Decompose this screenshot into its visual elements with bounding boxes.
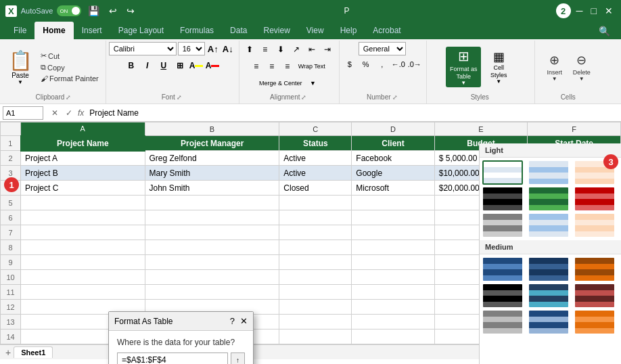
sheet-cell[interactable] (145, 210, 279, 225)
tab-review[interactable]: Review (255, 22, 298, 39)
table-style-swatch[interactable] (482, 160, 523, 185)
minimize-icon[interactable]: ─ (574, 4, 586, 18)
sheet-cell[interactable]: Status (279, 136, 352, 151)
number-format-select[interactable]: General (359, 42, 406, 55)
sheet-cell[interactable] (21, 225, 145, 240)
sheet-cell[interactable] (21, 255, 145, 270)
undo-icon[interactable]: ↩ (106, 4, 120, 18)
middle-align-button[interactable]: ≡ (258, 42, 273, 57)
wrap-text-button[interactable]: Wrap Text (296, 59, 328, 74)
sheet-cell[interactable] (352, 255, 434, 270)
save-icon[interactable]: 💾 (85, 4, 102, 18)
sheet-cell[interactable] (279, 329, 352, 344)
comma-button[interactable]: , (375, 57, 390, 72)
dialog-help-icon[interactable]: ? (230, 316, 235, 326)
tab-formulas[interactable]: Formulas (172, 22, 222, 39)
cell-styles-button[interactable]: ▦ Cell Styles ▼ (484, 47, 513, 87)
cut-button[interactable]: ✂ Cut (38, 51, 101, 61)
table-style-swatch[interactable] (482, 187, 523, 211)
merge-dropdown-button[interactable]: ▼ (306, 76, 321, 91)
font-decrease-button[interactable]: A↓ (221, 42, 235, 55)
col-header-a[interactable]: A (21, 122, 145, 136)
sheet-tab-1[interactable]: Sheet1 (14, 346, 53, 358)
sheet-cell[interactable]: Project C (21, 181, 145, 196)
sheet-cell[interactable]: Greg Zelfond (145, 151, 279, 166)
autosave-toggle[interactable] (57, 5, 81, 16)
sheet-cell[interactable]: Mary Smith (145, 166, 279, 181)
sheet-cell[interactable] (279, 196, 352, 210)
close-icon[interactable]: ✕ (602, 4, 616, 18)
sheet-cell[interactable] (145, 225, 279, 240)
currency-button[interactable]: $ (342, 57, 357, 72)
insert-button[interactable]: ⊕ Insert ▼ (542, 47, 568, 87)
sheet-cell[interactable]: Active (279, 166, 352, 181)
sheet-cell[interactable] (352, 300, 434, 315)
center-align-button[interactable]: ≡ (264, 59, 279, 74)
sheet-cell[interactable]: Closed (279, 181, 352, 196)
increase-decimal-button[interactable]: .0→ (407, 57, 422, 72)
sheet-cell[interactable] (279, 255, 352, 270)
merge-center-button[interactable]: Merge & Center (256, 76, 305, 91)
redo-icon[interactable]: ↪ (124, 4, 137, 18)
sheet-cell[interactable] (21, 270, 145, 285)
tab-view[interactable]: View (298, 22, 332, 39)
number-expand-icon[interactable]: ⤢ (392, 94, 398, 101)
cell-reference-box[interactable] (3, 106, 43, 120)
top-align-button[interactable]: ⬆ (242, 42, 257, 57)
table-style-swatch[interactable] (574, 213, 615, 237)
sheet-cell[interactable] (352, 285, 434, 300)
font-increase-button[interactable]: A↑ (206, 42, 220, 55)
sheet-cell[interactable] (279, 285, 352, 300)
cancel-formula-icon[interactable]: ✕ (49, 107, 61, 119)
sheet-cell[interactable] (21, 285, 145, 300)
table-style-swatch[interactable] (482, 283, 523, 308)
table-style-swatch[interactable] (528, 213, 569, 237)
underline-button[interactable]: U (156, 58, 171, 73)
delete-button[interactable]: ⊖ Delete ▼ (569, 47, 595, 87)
col-header-b[interactable]: B (145, 122, 279, 136)
sheet-cell[interactable] (352, 329, 434, 344)
sheet-cell[interactable] (21, 240, 145, 255)
sheet-cell[interactable]: Google (352, 166, 434, 181)
font-color-button[interactable]: A (205, 58, 220, 73)
sheet-cell[interactable] (352, 196, 434, 210)
right-align-button[interactable]: ≡ (280, 59, 295, 74)
bottom-align-button[interactable]: ⬇ (273, 42, 288, 57)
tab-help[interactable]: Help (332, 22, 365, 39)
sheet-cell[interactable] (279, 240, 352, 255)
add-sheet-button[interactable]: + (3, 347, 14, 358)
font-size-select[interactable]: 16 (178, 42, 205, 55)
table-style-swatch[interactable] (528, 257, 569, 281)
sheet-cell[interactable] (145, 240, 279, 255)
sheet-cell[interactable] (279, 300, 352, 315)
table-style-swatch[interactable] (574, 283, 615, 308)
sheet-cell[interactable] (279, 315, 352, 329)
clipboard-expand-icon[interactable]: ⤢ (66, 94, 71, 101)
dialog-range-input[interactable] (117, 352, 228, 364)
maximize-icon[interactable]: □ (589, 4, 599, 18)
sheet-cell[interactable] (21, 210, 145, 225)
tab-page-layout[interactable]: Page Layout (110, 22, 172, 39)
col-header-f[interactable]: F (528, 122, 621, 136)
sheet-cell[interactable] (145, 270, 279, 285)
sheet-cell[interactable] (352, 315, 434, 329)
dialog-close-icon[interactable]: ✕ (240, 316, 248, 326)
table-style-swatch[interactable] (528, 283, 569, 308)
percent-button[interactable]: % (359, 57, 373, 72)
sheet-cell[interactable] (279, 225, 352, 240)
user-badge[interactable]: 2 (556, 3, 571, 18)
paste-button[interactable]: 📋 Paste ▼ (5, 47, 35, 87)
sheet-cell[interactable]: Project A (21, 151, 145, 166)
col-header-c[interactable]: C (279, 122, 352, 136)
tab-insert[interactable]: Insert (74, 22, 110, 39)
confirm-formula-icon[interactable]: ✓ (63, 107, 75, 119)
font-name-select[interactable]: Calibri (109, 42, 177, 55)
search-icon[interactable]: 🔍 (593, 23, 616, 39)
sheet-cell[interactable]: Microsoft (352, 181, 434, 196)
table-style-swatch[interactable] (482, 213, 523, 237)
font-expand-icon[interactable]: ⤢ (177, 94, 182, 101)
sheet-cell[interactable] (279, 210, 352, 225)
sheet-cell[interactable]: John Smith (145, 181, 279, 196)
sheet-cell[interactable] (352, 240, 434, 255)
left-align-button[interactable]: ≡ (249, 59, 264, 74)
